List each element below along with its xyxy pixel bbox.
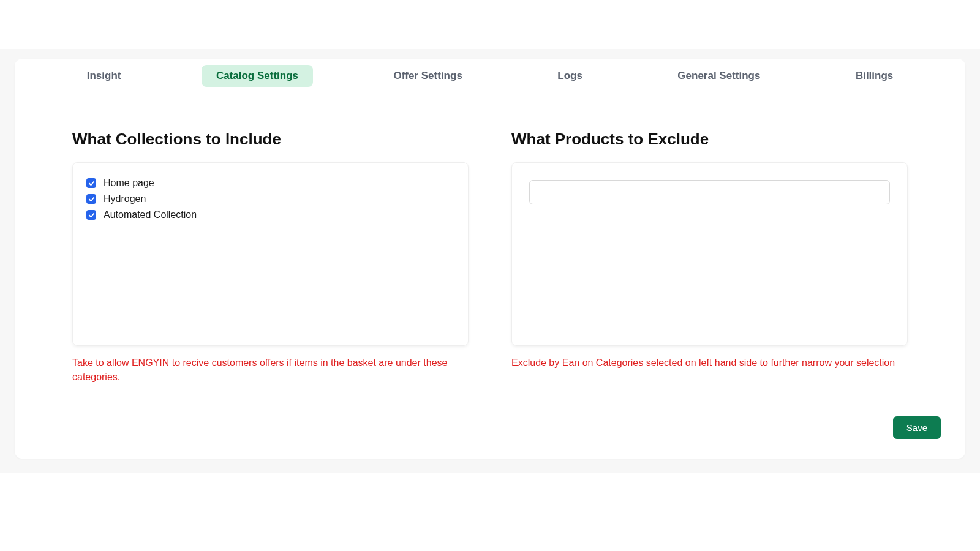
checkbox-hydrogen[interactable]: [86, 194, 96, 204]
tab-bar: Insight Catalog Settings Offer Settings …: [15, 59, 965, 93]
tab-offer-settings[interactable]: Offer Settings: [379, 65, 477, 87]
check-icon: [88, 212, 95, 219]
tab-logs[interactable]: Logs: [543, 65, 597, 87]
tab-insight[interactable]: Insight: [72, 65, 136, 87]
checkbox-label[interactable]: Hydrogen: [104, 193, 146, 204]
include-section: What Collections to Include Home page: [72, 130, 469, 384]
check-icon: [88, 180, 95, 187]
exclude-input[interactable]: [529, 180, 890, 204]
include-panel: Home page Hydrogen: [72, 162, 469, 346]
exclude-title: What Products to Exclude: [511, 130, 908, 149]
checkbox-label[interactable]: Automated Collection: [104, 209, 197, 220]
include-help-text: Take to allow ENGYIN to recive customers…: [72, 356, 469, 384]
checkbox-label[interactable]: Home page: [104, 178, 154, 189]
tab-general-settings[interactable]: General Settings: [663, 65, 775, 87]
save-button[interactable]: Save: [893, 416, 941, 439]
include-title: What Collections to Include: [72, 130, 469, 149]
collection-item-automated-collection: Automated Collection: [86, 209, 454, 220]
exclude-section: What Products to Exclude Exclude by Ean …: [511, 130, 908, 384]
exclude-panel: [511, 162, 908, 346]
exclude-help-text: Exclude by Ean on Categories selected on…: [511, 356, 908, 370]
footer: Save: [15, 405, 965, 459]
tab-catalog-settings[interactable]: Catalog Settings: [202, 65, 313, 87]
check-icon: [88, 196, 95, 203]
checkbox-home-page[interactable]: [86, 178, 96, 188]
checkbox-automated-collection[interactable]: [86, 210, 96, 220]
collection-item-hydrogen: Hydrogen: [86, 193, 454, 204]
tab-billings[interactable]: Billings: [841, 65, 908, 87]
collection-item-home-page: Home page: [86, 178, 454, 189]
